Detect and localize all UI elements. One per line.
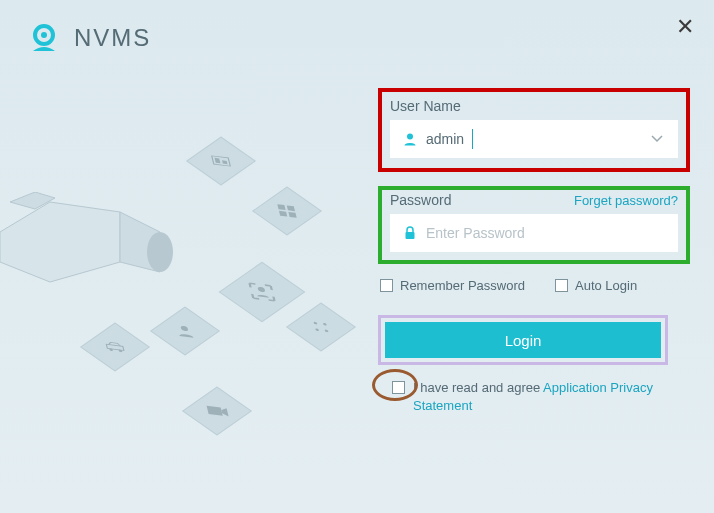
svg-point-4 <box>147 232 173 272</box>
svg-point-13 <box>257 287 265 293</box>
svg-rect-9 <box>277 204 285 210</box>
svg-point-17 <box>180 326 188 332</box>
user-icon <box>400 132 420 146</box>
remember-password-checkbox[interactable]: Remember Password <box>380 278 525 293</box>
header: NVMS <box>0 0 714 56</box>
brand-title: NVMS <box>74 24 151 52</box>
art-grid-icon <box>252 187 322 236</box>
password-input[interactable] <box>420 225 668 241</box>
svg-rect-14 <box>106 344 124 350</box>
username-input[interactable] <box>420 131 646 147</box>
logo-icon <box>26 20 62 56</box>
login-button[interactable]: Login <box>385 322 661 358</box>
svg-rect-10 <box>287 205 295 211</box>
auto-login-checkbox[interactable]: Auto Login <box>555 278 637 293</box>
svg-point-19 <box>323 323 327 326</box>
camera-illustration <box>0 192 180 302</box>
art-dots-icon <box>286 303 356 352</box>
svg-rect-7 <box>214 158 220 164</box>
username-input-wrap[interactable] <box>390 120 678 158</box>
agree-text: I have read and agree Application Privac… <box>413 379 690 415</box>
svg-point-20 <box>315 328 319 331</box>
login-button-label: Login <box>505 332 542 349</box>
art-tile-icon <box>186 137 256 186</box>
options-row: Remember Password Auto Login <box>380 278 688 293</box>
svg-rect-12 <box>288 212 296 218</box>
art-video-icon <box>182 387 252 436</box>
svg-rect-22 <box>207 406 223 416</box>
svg-rect-25 <box>406 232 415 239</box>
remember-label: Remember Password <box>400 278 525 293</box>
username-group: User Name <box>378 88 690 172</box>
svg-point-18 <box>313 322 317 325</box>
checkbox-icon <box>380 279 393 292</box>
login-button-highlight: Login <box>378 315 668 365</box>
login-window: NVMS ✕ User Name <box>0 0 714 513</box>
autologin-label: Auto Login <box>575 278 637 293</box>
password-label: Password <box>390 192 451 208</box>
art-area <box>0 120 350 470</box>
svg-rect-8 <box>222 160 228 164</box>
svg-point-21 <box>324 329 328 332</box>
password-input-wrap[interactable] <box>390 214 678 252</box>
svg-rect-6 <box>212 156 231 166</box>
art-user-icon <box>150 307 220 356</box>
username-label: User Name <box>390 98 461 114</box>
annotation-circle <box>372 369 418 401</box>
agree-row: I have read and agree Application Privac… <box>378 379 690 415</box>
svg-rect-11 <box>279 211 287 217</box>
forget-password-link[interactable]: Forget password? <box>574 193 678 208</box>
lock-icon <box>400 226 420 240</box>
login-form: User Name Password Forget password? <box>378 88 690 415</box>
text-cursor <box>472 129 473 149</box>
chevron-down-icon[interactable] <box>646 132 668 146</box>
svg-point-24 <box>407 134 413 140</box>
svg-marker-2 <box>0 202 120 282</box>
agree-prefix: I have read and agree <box>413 380 543 395</box>
close-icon: ✕ <box>676 14 694 39</box>
art-focus-icon <box>219 262 306 323</box>
checkbox-icon <box>555 279 568 292</box>
password-group: Password Forget password? <box>378 186 690 264</box>
art-car-icon <box>80 323 150 372</box>
svg-point-1 <box>41 32 47 38</box>
close-button[interactable]: ✕ <box>676 14 694 40</box>
